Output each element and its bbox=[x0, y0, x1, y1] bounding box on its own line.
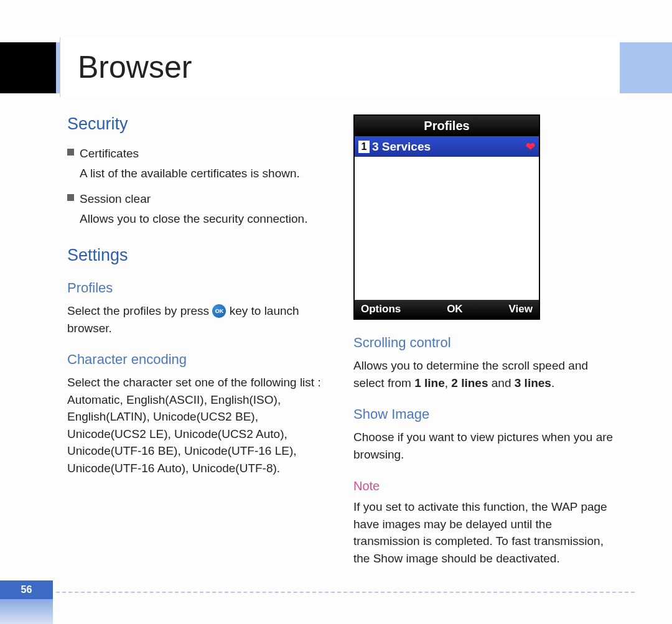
phone-row-left: 1 3 Services bbox=[358, 140, 431, 154]
scroll-sep2: and bbox=[488, 376, 515, 389]
softkey-left: Options bbox=[361, 303, 401, 315]
softkey-right: View bbox=[509, 303, 533, 315]
content-columns: Security Certificates A list of the avai… bbox=[67, 114, 615, 567]
char-encoding-body: Select the character set one of the foll… bbox=[67, 374, 329, 477]
show-image-body: Choose if you want to view pictures when… bbox=[353, 429, 615, 463]
show-image-subheading: Show Image bbox=[353, 406, 615, 422]
phone-titlebar: Profiles bbox=[355, 116, 539, 137]
profiles-text: Select the profiles by press OK key to l… bbox=[67, 302, 329, 337]
scroll-sep1: , bbox=[445, 376, 452, 389]
scroll-end: . bbox=[551, 376, 554, 389]
footer-dashed-line bbox=[56, 592, 635, 593]
certificates-desc: A list of the available certificates is … bbox=[80, 165, 329, 182]
scrolling-control-subheading: Scrolling control bbox=[353, 335, 615, 351]
security-heading: Security bbox=[67, 114, 329, 134]
certificates-label: Certificates bbox=[80, 145, 139, 162]
note-heading: Note bbox=[353, 479, 615, 493]
phone-row-number: 1 bbox=[358, 141, 370, 153]
phone-screenshot: Profiles 1 3 Services ❤ Options OK View bbox=[353, 114, 540, 320]
session-clear-label: Session clear bbox=[80, 190, 151, 208]
char-encoding-subheading: Character encoding bbox=[67, 352, 329, 368]
profiles-subheading: Profiles bbox=[67, 280, 329, 296]
phone-selected-row: 1 3 Services ❤ bbox=[355, 137, 539, 157]
note-body: If you set to activate this function, th… bbox=[353, 498, 615, 567]
page-tab-fade bbox=[0, 599, 53, 624]
square-bullet-icon bbox=[67, 149, 74, 156]
scroll-opt2: 2 lines bbox=[451, 376, 488, 389]
scrolling-control-body: Allows you to determine the scroll speed… bbox=[353, 357, 615, 391]
settings-heading: Settings bbox=[67, 246, 329, 265]
ok-key-icon: OK bbox=[212, 304, 226, 318]
heart-check-icon: ❤ bbox=[526, 140, 535, 154]
left-column: Security Certificates A list of the avai… bbox=[67, 114, 329, 567]
session-clear-item: Session clear bbox=[67, 190, 329, 208]
square-bullet-icon bbox=[67, 194, 74, 201]
scroll-opt1: 1 line bbox=[414, 376, 445, 389]
profiles-text-pre: Select the profiles by press bbox=[67, 304, 212, 317]
session-clear-desc: Allows you to close the security connect… bbox=[80, 210, 329, 228]
page-title: Browser bbox=[78, 49, 192, 85]
phone-row-text: 3 Services bbox=[372, 140, 431, 154]
header-title-box: Browser bbox=[60, 37, 620, 97]
page-number-tab: 56 bbox=[0, 580, 53, 599]
right-column: Profiles 1 3 Services ❤ Options OK View … bbox=[353, 114, 615, 567]
phone-body-blank bbox=[355, 157, 539, 300]
scroll-opt3: 3 lines bbox=[515, 376, 551, 389]
certificates-item: Certificates bbox=[67, 145, 329, 162]
softkey-middle: OK bbox=[447, 303, 463, 315]
phone-softkeys: Options OK View bbox=[355, 300, 539, 319]
